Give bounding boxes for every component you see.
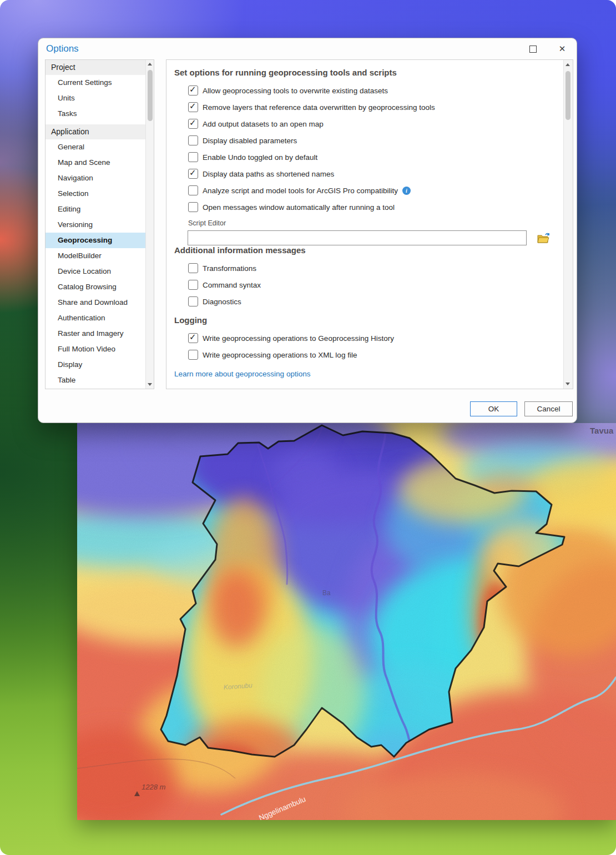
sidebar-item-versioning[interactable]: Versioning — [46, 217, 146, 233]
checkbox-add-output-datasets[interactable] — [188, 119, 198, 129]
sidebar-group-application: Application — [46, 124, 146, 139]
checkbox-row: Write geoprocessing operations to Geopro… — [174, 330, 563, 346]
sidebar-item-current-settings[interactable]: Current Settings — [46, 75, 146, 90]
checkbox-label: Allow geoprocessing tools to overwrite e… — [203, 87, 388, 95]
scroll-down-icon[interactable] — [148, 383, 152, 386]
sidebar-list: Project Current Settings Units Tasks App… — [46, 60, 146, 388]
checkbox-row: Command syntax — [174, 276, 563, 293]
checkbox-analyze-compatibility[interactable] — [188, 185, 198, 195]
checkbox-row: Open messages window automatically after… — [174, 199, 563, 215]
terrain-texture — [77, 423, 616, 820]
map-label-peak: 1228 m — [142, 783, 166, 791]
sidebar-item-editing[interactable]: Editing — [46, 202, 146, 217]
sidebar-item-modelbuilder[interactable]: ModelBuilder — [46, 248, 146, 264]
sidebar-item-map-and-scene[interactable]: Map and Scene — [46, 155, 146, 170]
sidebar-item-tasks[interactable]: Tasks — [46, 106, 146, 122]
desktop: Tavua Ba Koronubu Nggelinambulu 1228 m O… — [0, 0, 616, 855]
checkbox-display-disabled-parameters[interactable] — [188, 135, 198, 145]
options-sidebar: Project Current Settings Units Tasks App… — [45, 59, 154, 389]
section-heading-logging: Logging — [174, 315, 563, 325]
scroll-down-icon[interactable] — [565, 383, 570, 385]
checkbox-diagnostics[interactable] — [188, 296, 198, 306]
sidebar-group-project: Project — [46, 60, 146, 75]
checkbox-label: Display disabled parameters — [203, 137, 297, 145]
sidebar-item-table[interactable]: Table — [46, 373, 146, 388]
checkbox-remove-layers[interactable] — [188, 102, 198, 112]
checkbox-label: Diagnostics — [203, 298, 241, 306]
scroll-up-icon[interactable] — [148, 63, 152, 66]
checkbox-write-gp-history[interactable] — [188, 333, 198, 343]
sidebar-item-display[interactable]: Display — [46, 357, 146, 373]
sidebar-scrollbar-thumb[interactable] — [148, 70, 153, 121]
checkbox-label: Analyze script and model tools for ArcGI… — [203, 187, 398, 195]
script-editor-label: Script Editor — [188, 219, 563, 227]
checkbox-write-xml-log[interactable] — [188, 350, 198, 360]
maximize-button[interactable] — [527, 43, 539, 54]
checkbox-row: Write geoprocessing operations to XML lo… — [174, 346, 563, 363]
checkbox-row: Enable Undo toggled on by default — [174, 149, 563, 165]
cancel-button[interactable]: Cancel — [524, 401, 573, 416]
panel-heading: Set options for running geoprocessing to… — [174, 68, 563, 77]
sidebar-item-authentication[interactable]: Authentication — [46, 310, 146, 326]
learn-more-link[interactable]: Learn more about geoprocessing options — [174, 370, 310, 378]
sidebar-item-catalog-browsing[interactable]: Catalog Browsing — [46, 279, 146, 295]
sidebar-item-raster-and-imagery[interactable]: Raster and Imagery — [46, 326, 146, 341]
checkbox-label: Open messages window automatically after… — [203, 203, 395, 212]
sidebar-item-full-motion-video[interactable]: Full Motion Video — [46, 341, 146, 357]
checkbox-open-messages-window[interactable] — [188, 202, 198, 212]
checkbox-row: Remove layers that reference data overwr… — [174, 99, 563, 115]
checkbox-label: Write geoprocessing operations to XML lo… — [203, 351, 357, 359]
sidebar-item-general[interactable]: General — [46, 139, 146, 155]
info-icon[interactable]: i — [402, 187, 411, 195]
checkbox-label: Add output datasets to an open map — [203, 120, 324, 128]
checkbox-overwrite-datasets[interactable] — [188, 86, 198, 95]
checkbox-enable-undo[interactable] — [188, 152, 198, 162]
checkbox-row: Display data paths as shortened names — [174, 165, 563, 182]
checkbox-label: Command syntax — [203, 281, 261, 289]
close-icon: ✕ — [559, 44, 566, 54]
maximize-icon — [529, 46, 537, 53]
checkbox-label: Transformations — [203, 264, 256, 273]
script-editor-input[interactable] — [188, 230, 527, 245]
map-label-river: Ba — [322, 589, 331, 597]
checkbox-label: Enable Undo toggled on by default — [203, 153, 317, 162]
map-canvas[interactable]: Tavua Ba Koronubu Nggelinambulu 1228 m — [77, 423, 616, 820]
sidebar-item-navigation[interactable]: Navigation — [46, 170, 146, 186]
ok-button[interactable]: OK — [470, 401, 517, 416]
sidebar-item-device-location[interactable]: Device Location — [46, 264, 146, 279]
checkbox-group-main: Allow geoprocessing tools to overwrite e… — [174, 82, 563, 215]
panel-scrollbar[interactable] — [563, 60, 573, 389]
map-label-town: Tavua — [590, 426, 614, 435]
section-heading-additional-info: Additional information messages — [174, 245, 563, 255]
checkbox-row: Diagnostics — [174, 293, 563, 310]
open-folder-icon — [537, 233, 551, 244]
checkbox-row: Display disabled parameters — [174, 132, 563, 149]
checkbox-row: Allow geoprocessing tools to overwrite e… — [174, 82, 563, 99]
options-dialog: Options ✕ Project Current Settings Units… — [38, 38, 577, 423]
sidebar-item-geoprocessing[interactable]: Geoprocessing — [46, 233, 146, 248]
panel-scrollbar-thumb[interactable] — [565, 71, 570, 120]
elevation-map: Tavua Ba Koronubu Nggelinambulu 1228 m — [77, 423, 616, 820]
sidebar-item-units[interactable]: Units — [46, 90, 146, 106]
geoprocessing-panel: Set options for running geoprocessing to… — [166, 59, 573, 389]
browse-folder-button[interactable] — [537, 232, 551, 245]
sidebar-item-selection[interactable]: Selection — [46, 186, 146, 202]
sidebar-item-share-and-download[interactable]: Share and Download — [46, 295, 146, 310]
scroll-up-icon[interactable] — [565, 63, 570, 66]
script-editor-row — [188, 230, 563, 245]
checkbox-group-additional: Transformations Command syntax Diagnosti… — [174, 260, 563, 310]
checkbox-label: Display data paths as shortened names — [203, 170, 334, 178]
close-button[interactable]: ✕ — [556, 43, 568, 54]
dialog-title: Options — [46, 43, 79, 54]
checkbox-row: Add output datasets to an open map — [174, 115, 563, 132]
checkbox-shortened-paths[interactable] — [188, 169, 198, 179]
checkbox-label: Remove layers that reference data overwr… — [203, 103, 435, 112]
sidebar-scrollbar[interactable] — [145, 60, 154, 389]
checkbox-transformations[interactable] — [188, 263, 198, 273]
checkbox-row: Analyze script and model tools for ArcGI… — [174, 182, 563, 199]
checkbox-group-logging: Write geoprocessing operations to Geopro… — [174, 330, 563, 363]
checkbox-label: Write geoprocessing operations to Geopro… — [203, 334, 394, 343]
checkbox-row: Transformations — [174, 260, 563, 276]
checkbox-command-syntax[interactable] — [188, 280, 198, 290]
